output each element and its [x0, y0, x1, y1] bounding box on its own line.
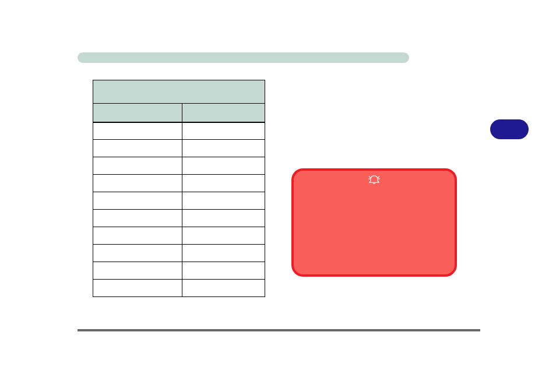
cell [182, 192, 265, 210]
table-row [93, 140, 265, 157]
cell [182, 175, 265, 192]
cell [93, 280, 182, 297]
cell [182, 210, 265, 227]
table-row [93, 210, 265, 227]
cell [182, 227, 265, 245]
table-row [93, 175, 265, 192]
footer-divider [78, 329, 480, 331]
table-row [93, 192, 265, 210]
cell [182, 122, 265, 140]
cell [93, 122, 182, 140]
table-row [93, 262, 265, 280]
data-table [93, 80, 265, 297]
svg-line-0 [369, 176, 371, 178]
cell [93, 227, 182, 245]
table-row [93, 122, 265, 140]
cell [93, 192, 182, 210]
cell [182, 280, 265, 297]
svg-line-1 [378, 176, 379, 178]
table-row [93, 227, 265, 245]
cell [182, 140, 265, 157]
action-button[interactable] [490, 119, 529, 139]
alarm-icon [368, 174, 381, 185]
table-row [93, 157, 265, 175]
cell [93, 210, 182, 227]
cell [93, 245, 182, 262]
cell [182, 245, 265, 262]
cell [93, 157, 182, 175]
alert-panel [291, 168, 457, 277]
table-col1-header [93, 104, 182, 122]
table-row [93, 280, 265, 297]
cell [93, 262, 182, 280]
cell [182, 262, 265, 280]
table-row [93, 245, 265, 262]
cell [93, 175, 182, 192]
table-col2-header [182, 104, 265, 122]
table-header-merged [93, 80, 265, 104]
header-bar [78, 52, 409, 63]
cell [93, 140, 182, 157]
cell [182, 157, 265, 175]
